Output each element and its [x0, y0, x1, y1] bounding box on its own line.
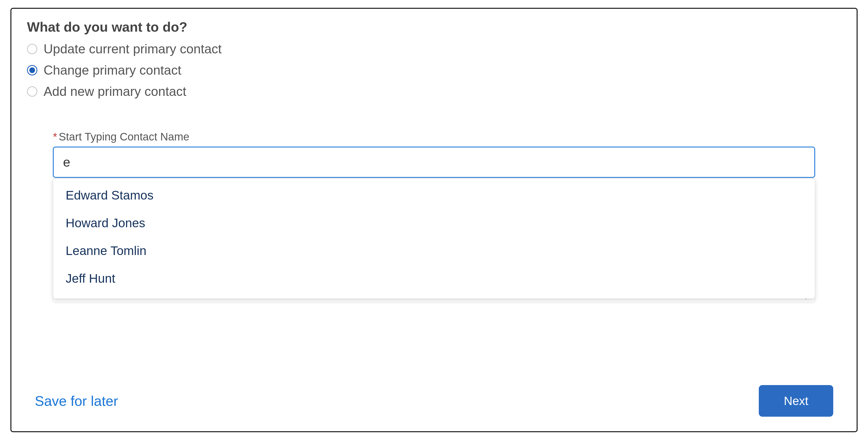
question-heading: What do you want to do?	[27, 19, 841, 35]
suggestion-item[interactable]: Leanne Tomlin	[53, 237, 815, 265]
action-radio-group: Update current primary contact Change pr…	[27, 38, 841, 102]
radio-option-add[interactable]: Add new primary contact	[27, 81, 841, 102]
contact-name-input[interactable]	[53, 147, 815, 178]
footer-bar: Save for later Next	[35, 385, 833, 417]
contact-suggestions-dropdown: Edward Stamos Howard Jones Leanne Tomlin…	[53, 178, 815, 299]
radio-option-update[interactable]: Update current primary contact	[27, 38, 841, 60]
contact-input-label: *Start Typing Contact Name	[53, 131, 815, 143]
radio-icon	[27, 86, 37, 97]
required-marker: *	[53, 131, 57, 143]
save-for-later-link[interactable]: Save for later	[35, 393, 118, 409]
suggestion-item[interactable]: Jeff Hunt	[53, 265, 815, 292]
suggestion-item[interactable]: Howard Jones	[53, 209, 815, 237]
radio-label: Add new primary contact	[43, 84, 186, 99]
flow-panel: What do you want to do? Update current p…	[10, 8, 858, 432]
radio-icon	[27, 65, 37, 75]
radio-label: Update current primary contact	[43, 41, 221, 57]
radio-icon	[27, 44, 37, 54]
radio-option-change[interactable]: Change primary contact	[27, 60, 841, 81]
contact-lookup-field: *Start Typing Contact Name ▸ Edward Stam…	[53, 131, 815, 178]
next-button[interactable]: Next	[759, 385, 833, 417]
suggestion-item[interactable]: Edward Stamos	[53, 181, 815, 209]
radio-label: Change primary contact	[43, 63, 181, 78]
